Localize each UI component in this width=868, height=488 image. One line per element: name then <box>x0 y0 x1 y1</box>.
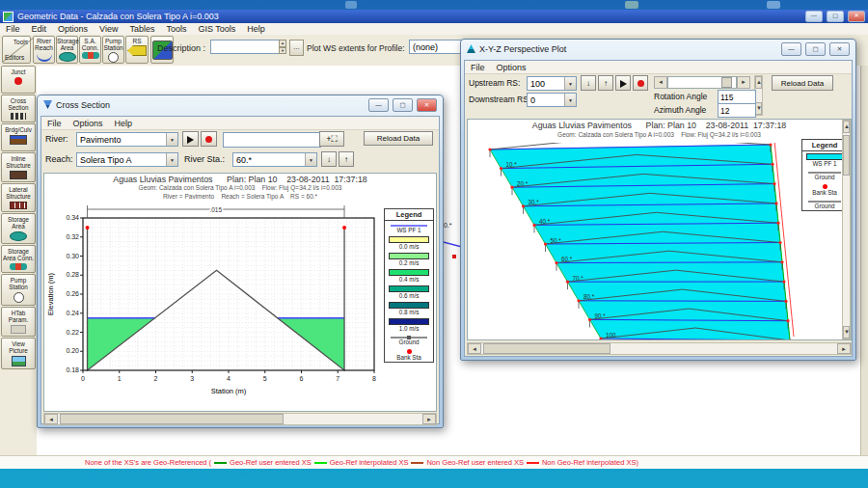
menu-item-options[interactable]: Options <box>491 63 532 72</box>
step-up-button[interactable]: ↑ <box>598 75 613 91</box>
legend-label: Bank Sta <box>802 189 847 197</box>
rotation-slider[interactable]: ◄ ► <box>654 76 750 89</box>
storage-area-icon <box>10 231 27 241</box>
scroll-right-arrow[interactable]: ► <box>422 414 436 424</box>
close-button[interactable]: ✕ <box>829 42 850 56</box>
reload-data-button[interactable]: Reload Data <box>364 131 433 146</box>
sidebar-item-storage-area[interactable]: Storage Area <box>1 213 36 244</box>
minimize-button[interactable]: — <box>805 11 823 22</box>
sidebar-item-inline-structure[interactable]: Inline Structure <box>1 152 36 182</box>
description-input[interactable] <box>210 40 282 54</box>
station-down-button[interactable]: ↓ <box>321 151 337 167</box>
menu-item-tools[interactable]: Tools <box>160 24 192 34</box>
animate-play-button[interactable] <box>615 75 631 91</box>
description-spinner[interactable]: ▲▼ <box>279 40 286 54</box>
sidebar-item-storage-area-conn-[interactable]: Storage Area Conn. <box>1 245 36 273</box>
menu-item-view[interactable]: View <box>94 24 123 34</box>
close-button[interactable]: ✕ <box>417 98 437 112</box>
slider-track[interactable] <box>667 76 737 89</box>
river-select[interactable]: Pavimento▼ <box>76 132 178 147</box>
title-bar[interactable]: X-Y-Z Perspective Plot — ▢ ✕ <box>461 40 855 58</box>
minimize-button[interactable]: — <box>368 98 389 112</box>
upstream-rs-select[interactable]: 100▼ <box>527 76 577 91</box>
scroll-up-arrow[interactable]: ▲ <box>755 76 762 89</box>
title-bar[interactable]: Geometric Data - Calzada con Solera Tipo… <box>0 10 868 23</box>
cross-section-marker[interactable] <box>452 255 456 258</box>
plot-subtitle: Geom: Calzada con Solera Tipo A i=0.003 … <box>44 184 436 191</box>
sidebar-item-brdg-culv[interactable]: Brdg/Culv <box>1 123 36 151</box>
s.a.-conn-button[interactable]: S.A.Conn. <box>79 36 101 64</box>
scroll-left-arrow[interactable]: ◄ <box>468 343 481 354</box>
status-dash-icon <box>314 462 327 464</box>
animate-play-button[interactable] <box>182 131 199 147</box>
menu-item-help[interactable]: Help <box>109 119 139 128</box>
desktop-icon[interactable] <box>345 1 357 9</box>
canvas-vertical-scrollbar[interactable] <box>860 66 868 455</box>
record-button[interactable] <box>633 75 648 91</box>
view-picture-icon <box>12 356 26 366</box>
desktop-icon[interactable] <box>625 1 638 9</box>
htab-param-icon <box>11 325 26 334</box>
slider-left-arrow[interactable]: ◄ <box>654 76 667 89</box>
menu-item-file[interactable]: File <box>41 119 68 128</box>
scroll-right-arrow[interactable]: ► <box>837 343 851 354</box>
pump-station-button[interactable]: PumpStation <box>102 36 124 64</box>
rs-label: RS <box>132 38 141 44</box>
legend-label: Bank Sta <box>385 354 433 362</box>
scroll-up-arrow[interactable]: ▲ <box>843 121 850 133</box>
slider-thumb[interactable] <box>721 77 732 88</box>
close-button[interactable]: ✕ <box>848 11 865 22</box>
scroll-down-arrow[interactable]: ▼ <box>843 326 850 339</box>
menu-item-options[interactable]: Options <box>52 24 94 34</box>
sidebar-item-junct[interactable]: Junct <box>1 66 36 94</box>
slider-right-arrow[interactable]: ► <box>737 76 750 89</box>
pump-station-icon <box>108 52 119 63</box>
river-station-select[interactable]: 60.*▼ <box>232 152 317 167</box>
minimize-button[interactable]: — <box>781 42 801 56</box>
maximize-button[interactable]: ▢ <box>393 98 413 112</box>
azimuth-angle-input[interactable] <box>718 103 756 118</box>
sidebar-item-htab-param-[interactable]: HTab Param. <box>1 307 36 337</box>
sidebar-item-label: Cross Section <box>2 97 35 111</box>
plot-description-field[interactable] <box>223 132 321 148</box>
sidebar-item-pump-station[interactable]: Pump Station <box>1 274 36 306</box>
description-expand-button[interactable]: … <box>289 40 304 56</box>
tools-editors-button[interactable]: Tools Editors <box>2 36 31 64</box>
menu-item-help[interactable]: Help <box>241 24 271 34</box>
scroll-left-arrow[interactable]: ◄ <box>44 414 58 424</box>
maximize-button[interactable]: ▢ <box>805 42 826 56</box>
sidebar-item-label: Brdg/Culv <box>2 126 35 133</box>
downstream-rs-select[interactable]: 0▼ <box>527 93 577 107</box>
menu-item-edit[interactable]: Edit <box>26 24 53 34</box>
maximize-button[interactable]: ▢ <box>827 11 844 22</box>
rs-button[interactable]: RS <box>125 36 149 64</box>
scroll-down-arrow[interactable]: ▼ <box>755 102 762 115</box>
sidebar-item-view-picture[interactable]: View Picture <box>1 338 36 369</box>
menu-item-tables[interactable]: Tables <box>123 24 160 34</box>
step-down-button[interactable]: ↓ <box>581 75 596 91</box>
bank-station-dot <box>773 182 775 185</box>
plot-vertical-scrollbar[interactable]: ▲▼ <box>842 120 851 339</box>
sidebar-item-label: View Picture <box>2 340 35 354</box>
menu-item-file[interactable]: File <box>0 24 26 34</box>
menu-item-gis-tools[interactable]: GIS Tools <box>192 24 241 34</box>
sidebar-item-lateral-structure[interactable]: Lateral Structure <box>1 183 36 212</box>
reach-select[interactable]: Solera Tipo A▼ <box>76 152 178 167</box>
record-button[interactable] <box>201 131 217 147</box>
rotation-angle-input[interactable] <box>718 90 756 104</box>
add-snapshot-button[interactable]: +⛶ <box>319 131 344 147</box>
storage-area-button[interactable]: StorageArea <box>56 36 78 64</box>
menu-item-options[interactable]: Options <box>68 119 109 128</box>
reload-data-button[interactable]: Reload Data <box>772 75 833 91</box>
river-reach-button[interactable]: RiverReach <box>33 36 55 64</box>
desktop-icon[interactable] <box>767 1 780 9</box>
plot-horizontal-scrollbar[interactable]: ◄ ► <box>467 342 852 355</box>
plot-horizontal-scrollbar[interactable]: ◄ ► <box>43 413 437 425</box>
button-label: Area <box>57 44 77 51</box>
station-up-button[interactable]: ↑ <box>339 151 354 167</box>
title-bar[interactable]: Cross Section — ▢ ✕ <box>38 95 443 114</box>
geo-reference-status-bar: None of the XS's are Geo-Referenced (Geo… <box>0 455 868 469</box>
menu-item-file[interactable]: File <box>465 63 491 72</box>
station-label: 60.* <box>561 256 573 262</box>
sidebar-item-cross-section[interactable]: Cross Section <box>1 95 36 122</box>
